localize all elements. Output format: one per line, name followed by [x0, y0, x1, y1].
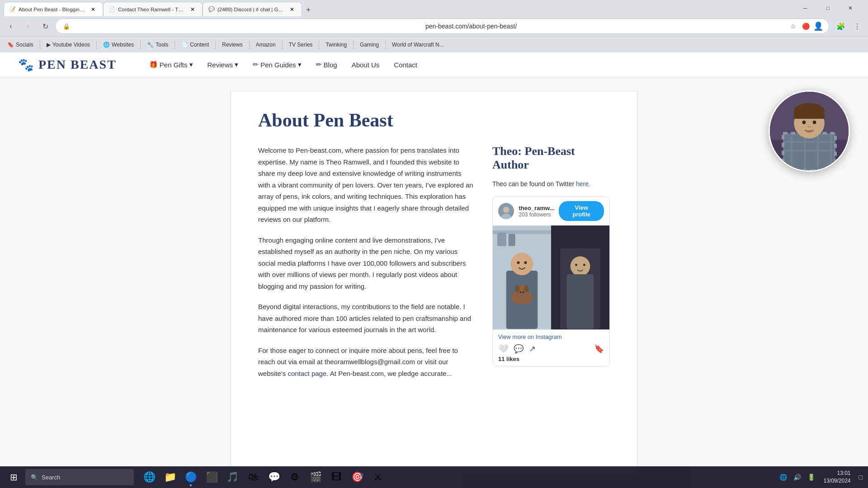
reload-button[interactable]: ↻ — [38, 19, 52, 33]
taskbar-chrome[interactable]: 🔵 — [181, 467, 201, 487]
bookmark-content-label: Content — [190, 42, 209, 48]
svg-rect-6 — [509, 234, 515, 246]
view-profile-button[interactable]: View profile — [559, 201, 604, 221]
tab-2-title: Contact Theo Ramwell - Theo ... — [118, 7, 186, 12]
tab-3[interactable]: 💬 (2489) Discord | # chat | Gam... ✕ — [203, 2, 302, 16]
taskbar-explorer[interactable]: 📁 — [160, 467, 180, 487]
nav-blog[interactable]: ✏ Blog — [311, 57, 343, 72]
bookmark-amazon[interactable]: Amazon — [252, 40, 279, 50]
taskbar-premiere[interactable]: 🎬 — [306, 467, 326, 487]
address-bar[interactable]: 🔒 pen-beast.com/about-pen-beast/ ☆ 🔴 👤 — [55, 19, 829, 34]
page-title: About Pen Beast — [258, 109, 610, 131]
svg-point-37 — [802, 121, 806, 124]
twitter-here-link[interactable]: here. — [576, 180, 590, 188]
nav-about-us[interactable]: About Us — [346, 57, 385, 72]
bookmark-divider-3 — [140, 40, 141, 49]
taskbar-terminal[interactable]: ⬛ — [202, 467, 222, 487]
bookmark-tv-label: TV Series — [289, 42, 313, 48]
avatar-image — [498, 203, 514, 219]
battery-icon[interactable]: 🔋 — [806, 473, 817, 482]
explorer-icon: 📁 — [164, 471, 176, 483]
star-icon[interactable]: ☆ — [788, 21, 798, 31]
taskbar-discord[interactable]: 💬 — [264, 467, 284, 487]
tab-3-close[interactable]: ✕ — [288, 5, 296, 14]
discord-icon: 💬 — [268, 471, 280, 483]
view-more-instagram-link[interactable]: View more on Instagram — [498, 333, 604, 340]
tab-1-close[interactable]: ✕ — [89, 5, 97, 14]
taskbar-spotify[interactable]: 🎵 — [222, 467, 242, 487]
taskbar-search-box[interactable]: 🔍 Search — [25, 469, 134, 485]
tab-2[interactable]: 📄 Contact Theo Ramwell - Theo ... ✕ — [103, 2, 203, 16]
back-button[interactable]: ‹ — [4, 19, 18, 33]
tab-3-title: (2489) Discord | # chat | Gam... — [217, 7, 285, 12]
nav-pen-guides[interactable]: ✏ Pen Guides ▾ — [247, 57, 307, 72]
show-desktop-icon[interactable]: □ — [857, 473, 864, 482]
bookmark-socials[interactable]: 🔖 Socials — [4, 40, 37, 50]
instagram-like-button[interactable]: 🤍 — [498, 344, 508, 354]
network-icon[interactable]: 🌐 — [778, 473, 789, 482]
paragraph-3: Beyond digital interactions, my contribu… — [258, 301, 474, 336]
svg-rect-20 — [567, 274, 594, 329]
start-button[interactable]: ⊞ — [4, 467, 24, 487]
minimize-button[interactable]: ─ — [795, 1, 816, 15]
bookmark-divider-5 — [215, 40, 216, 49]
bookmarks-bar: 🔖 Socials ▶ Youtube Videos 🌐 Websites 🔧 … — [0, 36, 868, 52]
page-wrapper: 🐾 PEN BEAST 🎁 Pen Gifts ▾ Reviews ▾ ✏ Pe… — [0, 52, 868, 488]
volume-icon[interactable]: 🔊 — [792, 473, 803, 482]
site-navigation: 🎁 Pen Gifts ▾ Reviews ▾ ✏ Pen Guides ▾ ✏… — [144, 57, 423, 72]
bookmark-tv-series[interactable]: TV Series — [285, 40, 316, 50]
nav-pen-guides-label: Pen Guides — [260, 61, 296, 69]
bookmark-twinking[interactable]: Twinking — [322, 40, 350, 50]
svg-point-22 — [583, 264, 585, 266]
extensions-icon[interactable]: 🔴 — [801, 21, 811, 31]
taskbar-settings[interactable]: ⚙ — [285, 467, 305, 487]
search-icon: 🔍 — [31, 474, 38, 481]
instagram-comment-button[interactable]: 💬 — [514, 344, 524, 354]
bookmark-reviews[interactable]: Reviews — [218, 40, 246, 50]
profile-icon[interactable]: 👤 — [813, 21, 823, 31]
spotify-icon: 🎵 — [226, 471, 239, 483]
bookmark-wow[interactable]: World of Warcraft N... — [388, 40, 448, 50]
close-button[interactable]: ✕ — [840, 1, 861, 15]
bookmark-divider-1 — [40, 40, 40, 49]
taskbar-app12[interactable]: 🎯 — [347, 467, 367, 487]
new-tab-button[interactable]: + — [302, 4, 315, 16]
main-text-column: Welcome to Pen-beast.com, where passion … — [258, 145, 474, 388]
taskbar-edge[interactable]: 🌐 — [139, 467, 159, 487]
instagram-save-button[interactable]: 🔖 — [594, 344, 604, 354]
svg-point-9 — [517, 262, 520, 264]
nav-contact[interactable]: Contact — [388, 57, 423, 72]
video-person-background — [770, 92, 849, 170]
forward-button[interactable]: › — [21, 19, 35, 33]
taskbar-store[interactable]: 🛍 — [243, 467, 263, 487]
svg-rect-36 — [794, 111, 825, 119]
instagram-share-button[interactable]: ↗ — [529, 344, 536, 354]
site-header: 🐾 PEN BEAST 🎁 Pen Gifts ▾ Reviews ▾ ✏ Pe… — [0, 52, 868, 77]
tab-1[interactable]: 📝 About Pen Beast - Blogging ab... ✕ — [4, 2, 103, 16]
bookmark-websites[interactable]: 🌐 Websites — [99, 40, 137, 50]
instagram-post-image — [493, 225, 609, 329]
site-logo[interactable]: 🐾 PEN BEAST — [18, 57, 117, 72]
nav-contact-label: Contact — [394, 61, 417, 69]
floating-video-widget[interactable] — [769, 90, 850, 172]
tab-1-favicon: 📝 — [9, 6, 16, 13]
bookmark-youtube[interactable]: ▶ Youtube Videos — [43, 40, 94, 50]
browser-chrome: 📝 About Pen Beast - Blogging ab... ✕ 📄 C… — [0, 0, 868, 52]
extensions-button[interactable]: 🧩 — [834, 19, 848, 33]
paragraph-4: For those eager to connect or inquire mo… — [258, 345, 474, 380]
bookmark-gaming[interactable]: Gaming — [356, 40, 382, 50]
tab-2-close[interactable]: ✕ — [189, 5, 197, 14]
dark-bg-person-svg — [551, 225, 609, 329]
clock[interactable]: 13:01 13/09/2024 — [820, 469, 854, 485]
bookmark-tools[interactable]: 🔧 Tools — [143, 40, 172, 50]
nav-reviews[interactable]: Reviews ▾ — [202, 57, 244, 72]
nav-pen-gifts[interactable]: 🎁 Pen Gifts ▾ — [144, 57, 198, 72]
menu-button[interactable]: ⋮ — [850, 19, 864, 33]
taskbar-wow[interactable]: ⚔ — [368, 467, 388, 487]
bookmark-content[interactable]: 📄 Content — [178, 40, 212, 50]
maximize-button[interactable]: □ — [817, 1, 838, 15]
contact-page-link[interactable]: contact page — [288, 370, 326, 377]
twitter-info: theo_ramw... 203 followers — [519, 205, 554, 218]
taskbar-media[interactable]: 🎞 — [326, 467, 346, 487]
image-left — [493, 225, 551, 329]
